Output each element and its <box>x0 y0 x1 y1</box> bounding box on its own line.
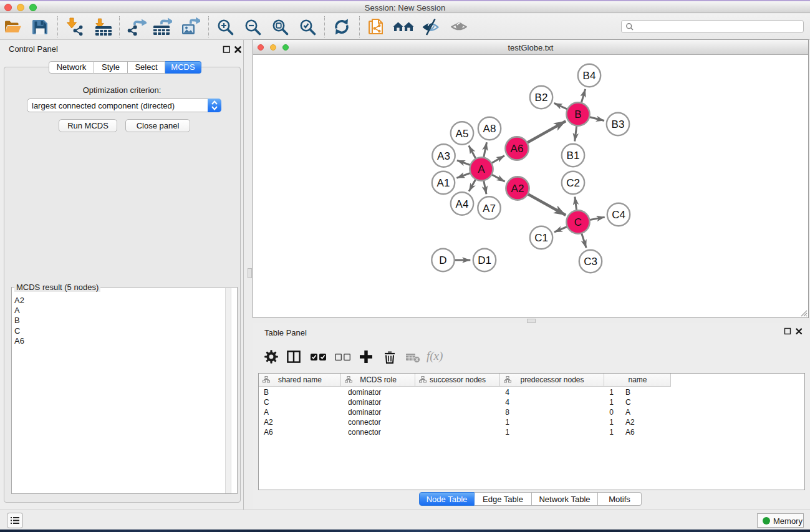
svg-text:D1: D1 <box>478 254 491 266</box>
svg-text:A8: A8 <box>483 123 496 135</box>
svg-text:B2: B2 <box>535 92 548 104</box>
svg-text:C2: C2 <box>566 177 580 189</box>
svg-text:C3: C3 <box>584 256 597 268</box>
svg-text:C4: C4 <box>612 209 625 221</box>
svg-text:A6: A6 <box>511 143 524 155</box>
svg-text:B1: B1 <box>567 150 580 162</box>
svg-text:A: A <box>478 163 485 175</box>
svg-text:B3: B3 <box>612 118 625 130</box>
svg-text:D: D <box>439 254 446 266</box>
svg-text:C: C <box>574 216 582 228</box>
svg-text:B: B <box>574 109 581 120</box>
svg-text:A7: A7 <box>483 203 496 215</box>
svg-text:A1: A1 <box>437 177 450 189</box>
svg-text:A2: A2 <box>511 183 524 195</box>
svg-text:B4: B4 <box>583 70 596 82</box>
svg-text:A3: A3 <box>437 150 450 162</box>
svg-text:A4: A4 <box>456 198 469 210</box>
svg-text:A5: A5 <box>456 128 469 140</box>
svg-text:f(x): f(x) <box>427 349 443 363</box>
svg-text:C1: C1 <box>534 232 548 244</box>
